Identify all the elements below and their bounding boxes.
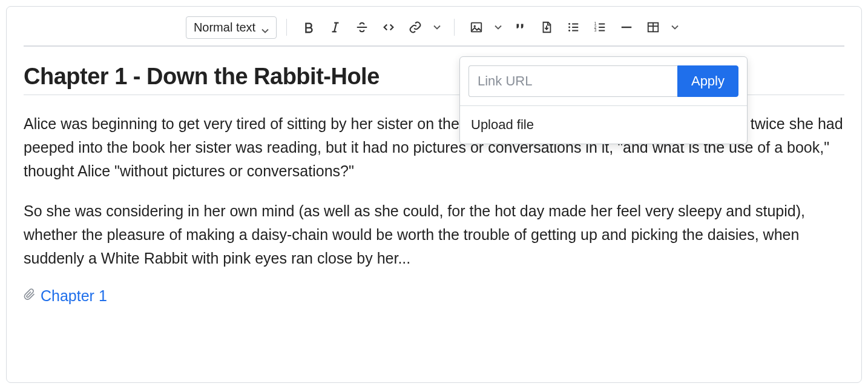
ordered-list-button[interactable]: 123 [588,15,612,39]
quote-button[interactable] [508,15,532,39]
svg-point-5 [474,25,476,27]
strikethrough-button[interactable] [350,15,374,39]
table-dropdown-button[interactable] [668,15,682,39]
image-dropdown-button[interactable] [491,15,505,39]
link-dropdown-button[interactable] [430,15,444,39]
svg-point-8 [568,30,570,32]
link-url-input[interactable] [469,65,677,97]
text-style-label: Normal text [194,21,255,35]
paperclip-icon [24,287,36,305]
format-group [297,15,444,39]
toolbar: Normal text [24,15,844,47]
chevron-down-icon [261,24,269,31]
apply-button[interactable]: Apply [677,65,738,97]
bullet-list-button[interactable] [561,15,585,39]
paragraph: So she was considering in her own mind (… [24,199,844,270]
svg-point-6 [568,23,570,25]
horizontal-rule-button[interactable] [614,15,639,39]
link-input-row: Apply [460,57,747,106]
table-button[interactable] [641,15,665,39]
svg-point-7 [568,27,570,28]
code-button[interactable] [376,15,401,39]
insert-group: 123 [464,15,682,39]
upload-file-option[interactable]: Upload file [460,106,747,144]
editor-frame: Normal text [6,6,862,383]
bold-button[interactable] [297,15,321,39]
svg-text:3: 3 [594,28,597,32]
svg-line-2 [334,23,337,32]
divider [286,19,287,36]
italic-button[interactable] [323,15,347,39]
attachment-link[interactable]: Chapter 1 [24,287,107,305]
file-button[interactable] [534,15,559,39]
attachment-label: Chapter 1 [41,287,107,305]
image-button[interactable] [464,15,488,39]
text-style-select[interactable]: Normal text [186,16,277,39]
link-popover: Apply Upload file [459,56,748,144]
link-button[interactable] [403,15,427,39]
divider [454,19,455,36]
